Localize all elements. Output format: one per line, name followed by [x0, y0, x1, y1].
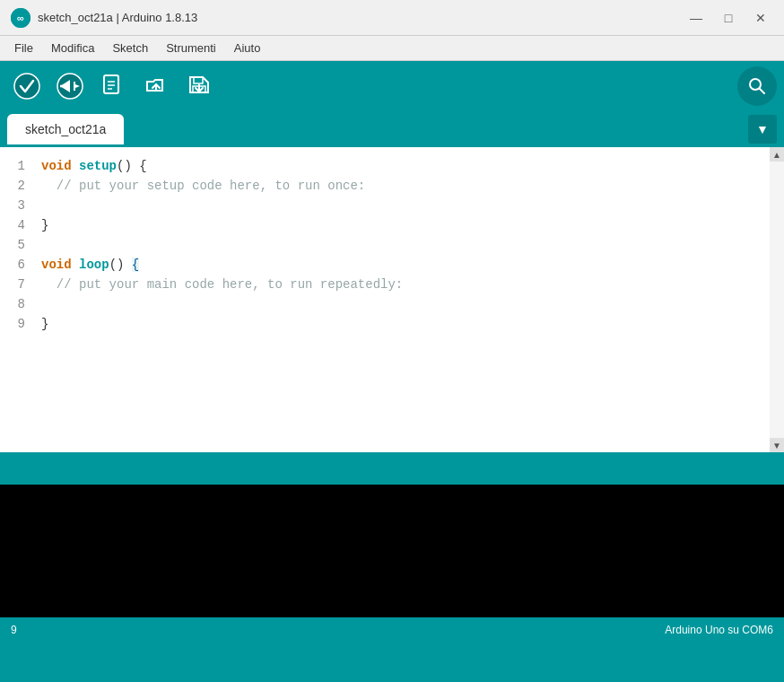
status-bar: 9 Arduino Uno su COM6	[0, 617, 784, 643]
title-bar-left: ∞ sketch_oct21a | Arduino 1.8.13	[11, 8, 197, 28]
maximize-button[interactable]: □	[716, 5, 741, 31]
console-header	[0, 452, 784, 485]
close-button[interactable]: ✕	[748, 5, 773, 31]
svg-point-2	[14, 74, 39, 99]
svg-text:∞: ∞	[17, 13, 24, 23]
upload-button[interactable]	[50, 66, 90, 106]
editor-area: 1 2 3 4 5 6 7 8 9 void setup() { // put …	[0, 147, 784, 452]
svg-rect-8	[104, 75, 118, 93]
tab-sketch-oct21a[interactable]: sketch_oct21a	[7, 114, 124, 144]
title-bar: ∞ sketch_oct21a | Arduino 1.8.13 — □ ✕	[0, 0, 784, 36]
verify-button[interactable]	[7, 66, 47, 106]
menu-aiuto[interactable]: Aiuto	[227, 39, 268, 57]
code-editor[interactable]: void setup() { // put your setup code he…	[32, 147, 770, 452]
status-line: 9	[11, 624, 17, 636]
menu-modifica[interactable]: Modifica	[44, 39, 101, 57]
open-button[interactable]	[136, 66, 176, 106]
status-board: Arduino Uno su COM6	[665, 624, 773, 636]
tab-dropdown-button[interactable]: ▼	[748, 115, 777, 144]
toolbar	[0, 61, 784, 111]
console-area	[0, 485, 784, 617]
svg-rect-7	[74, 82, 75, 91]
scroll-up-button[interactable]: ▲	[770, 147, 784, 162]
menu-bar: File Modifica Sketch Strumenti Aiuto	[0, 36, 784, 61]
minimize-button[interactable]: —	[684, 5, 709, 31]
search-button[interactable]	[737, 66, 777, 106]
scrollbar[interactable]: ▲ ▼	[770, 147, 784, 452]
tab-bar: sketch_oct21a ▼	[0, 111, 784, 147]
svg-line-17	[760, 89, 765, 94]
tab-dropdown-icon: ▼	[756, 122, 769, 136]
svg-rect-13	[194, 77, 203, 83]
arduino-logo: ∞	[11, 8, 30, 28]
line-numbers: 1 2 3 4 5 6 7 8 9	[0, 147, 32, 452]
menu-strumenti[interactable]: Strumenti	[159, 39, 223, 57]
save-button[interactable]	[179, 66, 219, 106]
scroll-down-button[interactable]: ▼	[770, 438, 784, 452]
window-controls: — □ ✕	[684, 5, 773, 31]
menu-sketch[interactable]: Sketch	[105, 39, 155, 57]
menu-file[interactable]: File	[7, 39, 40, 57]
new-button[interactable]	[93, 66, 133, 106]
window-title: sketch_oct21a | Arduino 1.8.13	[38, 11, 197, 24]
tab-label: sketch_oct21a	[25, 122, 106, 136]
